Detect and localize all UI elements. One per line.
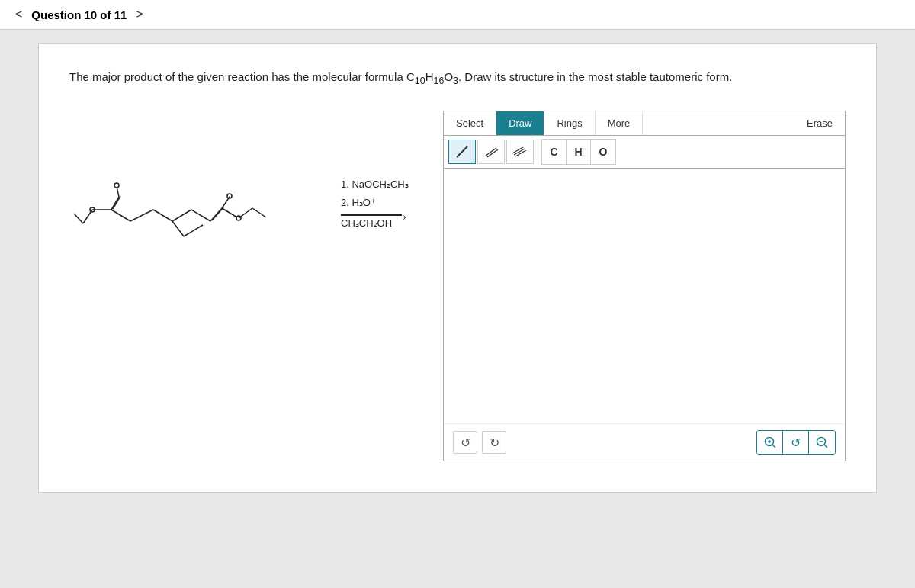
zoom-out-button[interactable] xyxy=(809,431,835,454)
draw-panel: Select Draw Rings More Erase xyxy=(443,111,846,461)
svg-line-32 xyxy=(772,445,775,448)
reactant-molecule xyxy=(69,141,329,263)
reaction-area: 1. NaOCH₂CH₃ 2. H₃O⁺ › CH₃CH₂OH xyxy=(69,111,420,263)
svg-line-7 xyxy=(130,210,153,221)
svg-line-23 xyxy=(457,146,467,157)
hydrogen-atom-button[interactable]: H xyxy=(567,140,591,164)
carbon-atom-button[interactable]: C xyxy=(542,140,567,164)
svg-line-21 xyxy=(74,214,83,223)
draw-toolbar: Select Draw Rings More Erase xyxy=(444,111,845,136)
svg-line-19 xyxy=(239,208,252,218)
select-button[interactable]: Select xyxy=(444,111,496,135)
svg-line-22 xyxy=(252,208,266,217)
svg-line-16 xyxy=(222,197,230,208)
svg-line-9 xyxy=(172,221,184,236)
svg-line-10 xyxy=(184,225,203,236)
svg-line-5 xyxy=(117,187,119,197)
svg-line-6 xyxy=(111,210,130,221)
next-arrow[interactable]: > xyxy=(133,6,146,23)
redo-button[interactable]: ↻ xyxy=(482,431,506,454)
bond-atom-toolbar: C H O xyxy=(444,136,845,169)
zoom-group: ↺ xyxy=(756,430,836,455)
undo-redo-group: ↺ ↻ xyxy=(453,431,506,454)
oxygen-atom-button[interactable]: O xyxy=(591,140,615,164)
draw-bottom-controls: ↺ ↻ ↺ xyxy=(444,423,845,461)
solvent-label: CH₃CH₂OH xyxy=(341,217,392,229)
svg-line-12 xyxy=(191,210,210,221)
prev-arrow[interactable]: < xyxy=(12,6,25,23)
question-text: The major product of the given reaction … xyxy=(69,67,846,89)
svg-line-13 xyxy=(210,208,222,221)
svg-line-35 xyxy=(824,445,827,448)
svg-line-11 xyxy=(172,210,191,221)
svg-line-8 xyxy=(153,210,172,221)
more-button[interactable]: More xyxy=(596,111,644,135)
zoom-in-button[interactable] xyxy=(757,431,783,454)
svg-line-3 xyxy=(111,197,119,210)
triple-bond-button[interactable] xyxy=(506,140,534,164)
svg-line-4 xyxy=(113,196,120,209)
svg-line-17 xyxy=(222,208,237,217)
reaction-conditions: 1. NaOCH₂CH₃ 2. H₃O⁺ xyxy=(341,175,409,211)
zoom-reset-button[interactable]: ↺ xyxy=(783,431,809,454)
undo-button[interactable]: ↺ xyxy=(453,431,477,454)
double-bond-button[interactable] xyxy=(477,140,505,164)
rings-button[interactable]: Rings xyxy=(544,111,595,135)
single-bond-button[interactable] xyxy=(448,140,476,164)
draw-canvas[interactable] xyxy=(444,169,845,423)
svg-line-14 xyxy=(212,207,223,220)
svg-line-20 xyxy=(83,210,92,223)
question-label: Question 10 of 11 xyxy=(31,8,127,21)
erase-button[interactable]: Erase xyxy=(795,111,845,135)
atom-group: C H O xyxy=(541,139,616,165)
draw-button[interactable]: Draw xyxy=(496,111,544,135)
